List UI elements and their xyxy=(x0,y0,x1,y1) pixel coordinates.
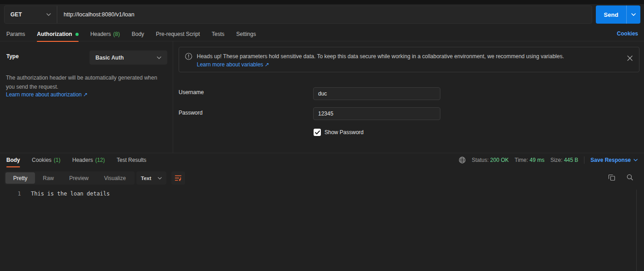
info-icon xyxy=(185,53,192,72)
editor-scrollbar[interactable] xyxy=(636,190,637,271)
password-label: Password xyxy=(179,110,203,116)
chevron-down-icon xyxy=(158,177,162,180)
close-icon[interactable] xyxy=(627,55,633,61)
response-meta: Status: 200 OK Time: 49 ms Size: 445 B S… xyxy=(459,153,638,167)
pane-divider xyxy=(173,41,173,153)
tab-headers[interactable]: Headers (8) xyxy=(90,27,120,41)
username-field[interactable] xyxy=(313,87,440,100)
auth-active-dot-icon xyxy=(75,33,79,36)
tab-pre-request-script[interactable]: Pre-request Script xyxy=(156,27,200,41)
method-select[interactable]: GET xyxy=(5,6,57,23)
tab-settings[interactable]: Settings xyxy=(236,27,256,41)
tab-params[interactable]: Params xyxy=(6,27,25,41)
response-tab-test-results[interactable]: Test Results xyxy=(117,153,146,167)
copy-icon[interactable] xyxy=(608,174,615,181)
chevron-down-icon xyxy=(631,13,636,16)
auth-type-value: Basic Auth xyxy=(95,55,124,61)
send-split-button: Send xyxy=(596,5,640,24)
password-field[interactable] xyxy=(313,107,440,120)
size-badge: Size: 445 B xyxy=(550,157,578,163)
response-language-select[interactable]: Text xyxy=(136,171,166,185)
save-response-button[interactable]: Save Response xyxy=(590,157,638,163)
status-badge: Status: 200 OK xyxy=(472,157,509,163)
tab-tests[interactable]: Tests xyxy=(212,27,225,41)
banner-message: Heads up! These parameters hold sensitiv… xyxy=(197,52,564,72)
response-body-line: 1 This is the loan details xyxy=(0,191,644,198)
beautify-icon[interactable] xyxy=(171,171,185,185)
username-label: Username xyxy=(179,89,204,95)
response-tab-body[interactable]: Body xyxy=(6,153,20,167)
check-icon xyxy=(315,130,320,135)
headers-count-badge: (8) xyxy=(113,31,120,37)
send-options-button[interactable] xyxy=(626,5,640,24)
line-number: 1 xyxy=(14,191,21,197)
url-input[interactable] xyxy=(57,6,592,23)
cookies-link[interactable]: Cookies xyxy=(617,30,638,37)
sensitive-data-banner: Heads up! These parameters hold sensitiv… xyxy=(179,47,639,72)
response-tab-cookies[interactable]: Cookies (1) xyxy=(32,153,60,167)
response-view-switcher: Pretty Raw Preview Visualize xyxy=(5,171,135,185)
tab-body[interactable]: Body xyxy=(132,27,144,41)
method-value: GET xyxy=(10,11,22,18)
show-password-label[interactable]: Show Password xyxy=(324,129,364,136)
search-icon[interactable] xyxy=(626,174,634,181)
auth-type-label: Type xyxy=(6,53,19,60)
response-tab-headers[interactable]: Headers (12) xyxy=(72,153,105,167)
auth-type-select[interactable]: Basic Auth xyxy=(90,50,167,65)
view-tab-visualize[interactable]: Visualize xyxy=(96,172,134,184)
time-badge: Time: 49 ms xyxy=(514,157,544,163)
top-strip xyxy=(0,0,644,4)
url-builder: GET xyxy=(4,5,592,24)
view-tab-preview[interactable]: Preview xyxy=(61,172,96,184)
response-tabs: Body Cookies (1) Headers (12) Test Resul… xyxy=(6,153,146,167)
chevron-down-icon xyxy=(46,13,51,16)
show-password-checkbox[interactable] xyxy=(314,129,321,136)
learn-more-authorization-link[interactable]: Learn more about authorization ↗ xyxy=(6,91,88,98)
meta-divider xyxy=(584,156,584,164)
view-tab-pretty[interactable]: Pretty xyxy=(5,172,35,184)
chevron-down-icon xyxy=(634,159,638,161)
api-client-window: GET Send Params Authorization Headers (8… xyxy=(0,0,644,271)
learn-more-variables-link[interactable]: Learn more about variables ↗ xyxy=(197,61,269,68)
cookies-count-badge: (1) xyxy=(54,157,60,163)
send-button[interactable]: Send xyxy=(596,5,626,24)
response-language-value: Text xyxy=(141,176,151,181)
response-headers-count-badge: (12) xyxy=(95,157,105,163)
request-tabs: Params Authorization Headers (8) Body Pr… xyxy=(0,27,644,41)
tab-authorization[interactable]: Authorization xyxy=(37,27,78,41)
chevron-down-icon xyxy=(157,56,161,59)
auth-description: The authorization header will be automat… xyxy=(6,74,164,91)
view-tab-raw[interactable]: Raw xyxy=(35,172,61,184)
response-body-text: This is the loan details xyxy=(31,191,110,197)
network-globe-icon[interactable] xyxy=(459,156,466,164)
